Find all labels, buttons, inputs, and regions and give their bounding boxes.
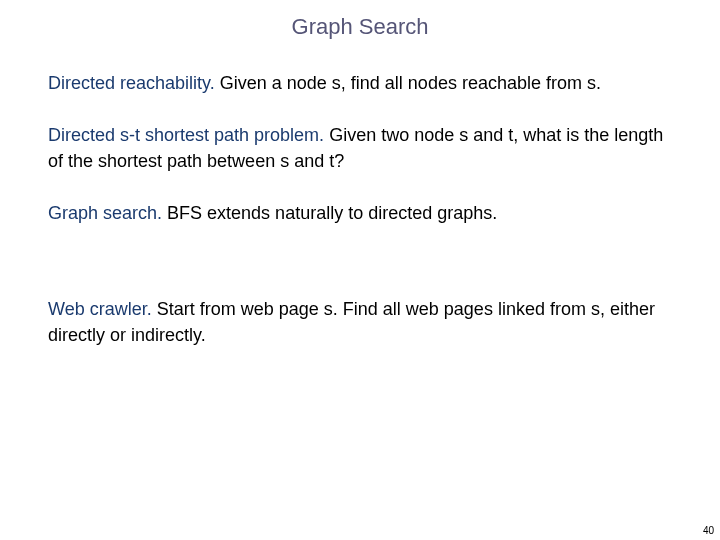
- term-shortest-path: Directed s-t shortest path problem.: [48, 125, 324, 145]
- term-reachability: Directed reachability.: [48, 73, 215, 93]
- paragraph-web-crawler: Web crawler. Start from web page s. Find…: [48, 296, 672, 348]
- term-web-crawler: Web crawler.: [48, 299, 152, 319]
- slide-body: Directed reachability. Given a node s, f…: [0, 46, 720, 349]
- term-graph-search: Graph search.: [48, 203, 162, 223]
- text-reachability: Given a node s, find all nodes reachable…: [215, 73, 601, 93]
- slide-title: Graph Search: [0, 0, 720, 46]
- paragraph-graph-search: Graph search. BFS extends naturally to d…: [48, 200, 672, 226]
- text-graph-search: BFS extends naturally to directed graphs…: [162, 203, 497, 223]
- paragraph-reachability: Directed reachability. Given a node s, f…: [48, 70, 672, 96]
- page-number: 40: [703, 525, 714, 536]
- paragraph-shortest-path: Directed s-t shortest path problem. Give…: [48, 122, 672, 174]
- slide: Graph Search Directed reachability. Give…: [0, 0, 720, 540]
